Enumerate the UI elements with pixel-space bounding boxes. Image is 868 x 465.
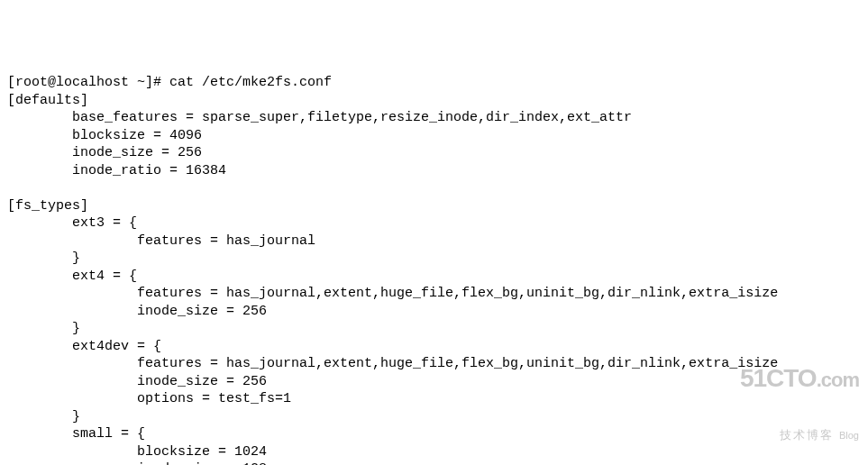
ext4dev-close: }: [7, 409, 80, 424]
ext3-features: features = has_journal: [7, 233, 315, 249]
ext3-open: ext3 = {: [7, 215, 137, 231]
ext4-close: }: [7, 321, 80, 336]
small-open: small = {: [7, 426, 145, 442]
defaults-base-features: base_features = sparse_super,filetype,re…: [7, 110, 632, 125]
ext4dev-open: ext4dev = {: [7, 339, 161, 354]
section-defaults: [defaults]: [7, 93, 88, 108]
ext4dev-inode-size: inode_size = 256: [7, 374, 267, 389]
defaults-inode-ratio: inode_ratio = 16384: [7, 163, 226, 178]
ext4-features: features = has_journal,extent,huge_file,…: [7, 286, 778, 301]
ext4-open: ext4 = {: [7, 269, 137, 284]
ext3-close: }: [7, 251, 80, 266]
ext4dev-features: features = has_journal,extent,huge_file,…: [7, 356, 778, 371]
section-fs-types: [fs_types]: [7, 198, 88, 214]
defaults-inode-size: inode_size = 256: [7, 145, 202, 160]
terminal-output: [root@localhost ~]# cat /etc/mke2fs.conf…: [7, 74, 861, 465]
defaults-blocksize: blocksize = 4096: [7, 128, 202, 143]
ext4dev-options: options = test_fs=1: [7, 391, 291, 406]
ext4-inode-size: inode_size = 256: [7, 304, 267, 319]
small-inode-size: inode_size = 128: [7, 461, 267, 465]
prompt-line: [root@localhost ~]# cat /etc/mke2fs.conf: [7, 75, 332, 90]
small-blocksize: blocksize = 1024: [7, 444, 267, 460]
